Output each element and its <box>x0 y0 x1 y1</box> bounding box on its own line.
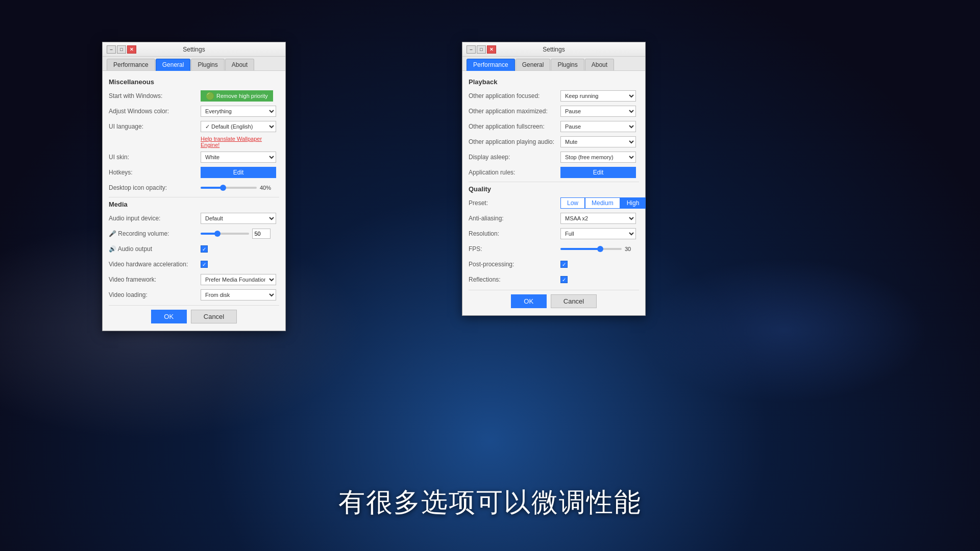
left-window-title: Settings <box>136 46 252 53</box>
tab-general-left[interactable]: General <box>156 59 191 71</box>
ui-language-select[interactable]: ✓ Default (English) <box>201 121 276 132</box>
left-ok-button[interactable]: OK <box>151 310 187 323</box>
resolution-control: Full <box>560 228 639 239</box>
display-asleep-label: Display asleep: <box>469 154 560 161</box>
recording-volume-label: 🎤 Recording volume: <box>109 230 201 237</box>
video-loading-control: From disk <box>201 289 279 300</box>
right-tabs: Performance General Plugins About <box>462 57 645 71</box>
app-maximized-control: Pause <box>560 106 639 117</box>
reflections-checkbox[interactable]: ✓ <box>560 276 568 283</box>
app-rules-edit-button[interactable]: Edit <box>560 167 636 178</box>
post-processing-control: ✓ <box>560 261 639 268</box>
right-window-controls[interactable]: – □ ✕ <box>467 45 496 54</box>
audio-input-row: Audio input device: Default <box>109 212 279 224</box>
left-window: – □ ✕ Settings Performance General Plugi… <box>102 42 286 331</box>
media-section-title: Media <box>109 201 279 208</box>
preset-label: Preset: <box>469 199 560 207</box>
resolution-label: Resolution: <box>469 230 560 237</box>
left-window-controls[interactable]: – □ ✕ <box>107 45 136 54</box>
misc-section-title: Miscellaneous <box>109 78 279 86</box>
audio-input-select[interactable]: Default <box>201 213 276 224</box>
remove-high-priority-button[interactable]: 🟢 Remove high priority <box>201 90 273 102</box>
subtitle: 有很多选项可以微调性能 <box>338 485 642 520</box>
ui-skin-select[interactable]: White <box>201 152 276 163</box>
tab-performance-left[interactable]: Performance <box>107 59 155 70</box>
resolution-row: Resolution: Full <box>469 228 639 240</box>
preset-high-button[interactable]: High <box>620 197 646 209</box>
anti-aliasing-row: Anti-aliasing: MSAA x2 <box>469 212 639 224</box>
app-audio-select[interactable]: Mute <box>560 136 636 147</box>
display-asleep-control: Stop (free memory) <box>560 152 639 163</box>
video-loading-select[interactable]: From disk <box>201 289 276 300</box>
right-maximize-button[interactable]: □ <box>477 45 486 54</box>
adjust-windows-color-select[interactable]: Everything <box>201 106 276 117</box>
preset-row: Preset: Low Medium High <box>469 197 639 209</box>
tab-about-right[interactable]: About <box>585 59 614 70</box>
video-hw-accel-checkbox[interactable]: ✓ <box>201 261 208 268</box>
right-close-button[interactable]: ✕ <box>487 45 496 54</box>
fps-row: FPS: 30 <box>469 243 639 255</box>
resolution-select[interactable]: Full <box>560 228 636 239</box>
opacity-slider-track[interactable] <box>201 187 257 189</box>
recording-slider-track[interactable] <box>201 233 249 235</box>
app-focused-label: Other application focused: <box>469 92 560 99</box>
reflections-label: Reflections: <box>469 276 560 283</box>
anti-aliasing-select[interactable]: MSAA x2 <box>560 213 636 224</box>
maximize-button[interactable]: □ <box>117 45 126 54</box>
adjust-windows-color-row: Adjust Windows color: Everything <box>109 105 279 117</box>
tab-plugins-right[interactable]: Plugins <box>551 59 584 70</box>
video-loading-row: Video loading: From disk <box>109 289 279 301</box>
right-cancel-button[interactable]: Cancel <box>551 294 597 308</box>
video-hw-accel-row: Video hardware acceleration: ✓ <box>109 258 279 270</box>
audio-output-row: 🔊 Audio output ✓ <box>109 243 279 255</box>
tab-general-right[interactable]: General <box>516 59 551 70</box>
app-focused-select[interactable]: Keep running <box>560 90 636 102</box>
right-minimize-button[interactable]: – <box>467 45 476 54</box>
fps-control: 30 <box>560 246 639 252</box>
recording-volume-input[interactable] <box>252 229 271 239</box>
video-loading-label: Video loading: <box>109 291 201 298</box>
hotkeys-edit-button[interactable]: Edit <box>201 167 276 178</box>
ui-language-row: UI language: ✓ Default (English) <box>109 120 279 133</box>
help-link-row: Help translate Wallpaper Engine! <box>201 136 279 148</box>
start-with-windows-control: 🟢 Remove high priority <box>201 90 279 102</box>
recording-volume-control <box>201 229 279 239</box>
display-asleep-select[interactable]: Stop (free memory) <box>560 152 636 163</box>
hotkeys-control: Edit <box>201 167 279 178</box>
left-cancel-button[interactable]: Cancel <box>191 310 237 323</box>
app-fullscreen-select[interactable]: Pause <box>560 121 636 132</box>
fps-slider-track[interactable] <box>560 248 622 250</box>
green-icon: 🟢 <box>206 92 214 100</box>
misc-divider <box>109 197 279 197</box>
audio-output-label: 🔊 Audio output <box>109 245 201 253</box>
post-processing-checkbox[interactable]: ✓ <box>560 261 568 268</box>
opacity-value: 40% <box>260 185 274 191</box>
right-titlebar: – □ ✕ Settings <box>462 42 645 57</box>
tab-plugins-left[interactable]: Plugins <box>191 59 224 70</box>
minimize-button[interactable]: – <box>107 45 116 54</box>
right-ok-button[interactable]: OK <box>511 294 547 308</box>
reflections-row: Reflections: ✓ <box>469 273 639 286</box>
preset-control: Low Medium High <box>560 197 646 209</box>
close-button[interactable]: ✕ <box>127 45 136 54</box>
ui-language-control: ✓ Default (English) <box>201 121 279 132</box>
app-maximized-select[interactable]: Pause <box>560 106 636 117</box>
app-fullscreen-row: Other application fullscreen: Pause <box>469 120 639 133</box>
preset-low-button[interactable]: Low <box>560 197 585 209</box>
tab-about-left[interactable]: About <box>225 59 254 70</box>
video-framework-label: Video framework: <box>109 276 201 283</box>
hotkeys-label: Hotkeys: <box>109 169 201 176</box>
video-framework-row: Video framework: Prefer Media Foundation <box>109 273 279 286</box>
tab-performance-right[interactable]: Performance <box>467 59 515 71</box>
hotkeys-row: Hotkeys: Edit <box>109 166 279 179</box>
app-focused-row: Other application focused: Keep running <box>469 90 639 102</box>
video-framework-select[interactable]: Prefer Media Foundation <box>201 274 276 285</box>
left-content: Miscellaneous Start with Windows: 🟢 Remo… <box>103 71 285 331</box>
app-fullscreen-control: Pause <box>560 121 639 132</box>
preset-medium-button[interactable]: Medium <box>585 197 620 209</box>
ui-skin-label: UI skin: <box>109 154 201 161</box>
help-translate-link[interactable]: Help translate Wallpaper Engine! <box>201 136 279 148</box>
audio-output-checkbox[interactable]: ✓ <box>201 245 208 253</box>
audio-input-label: Audio input device: <box>109 215 201 222</box>
playback-section-title: Playback <box>469 78 639 86</box>
